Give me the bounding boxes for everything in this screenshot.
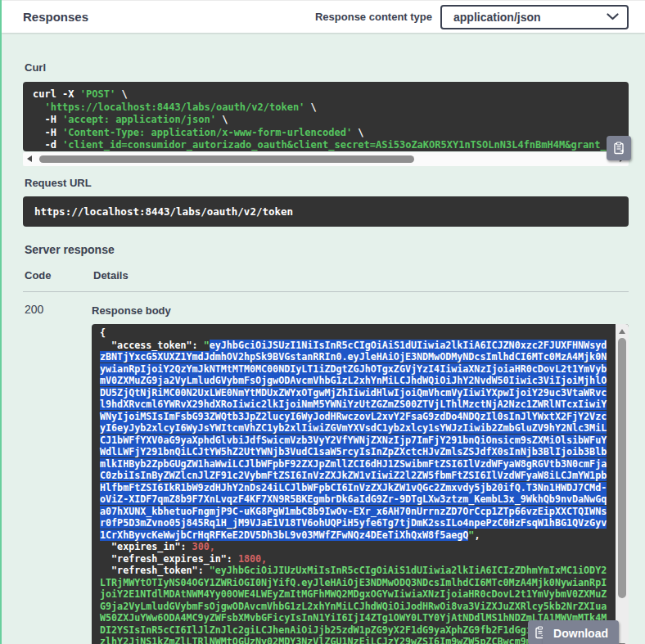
curl-block: curl -X 'POST' \ 'https://localhost:8443…: [23, 82, 629, 166]
content-type-selected-value: application/json: [453, 11, 607, 24]
responses-header: Responses Response content type applicat…: [2, 0, 645, 33]
page-title: Responses: [23, 10, 88, 24]
chevron-down-icon: [607, 13, 619, 20]
details-column-header: Details: [93, 269, 129, 281]
request-url-value: https://localhost:8443/labs/oauth/v2/tok…: [23, 196, 629, 227]
curl-command: curl -X 'POST' \ 'https://localhost:8443…: [23, 82, 629, 151]
curl-horizontal-scrollbar[interactable]: [23, 152, 629, 166]
copy-curl-button[interactable]: [607, 136, 631, 160]
responses-body: Curl curl -X 'POST' \ 'https://localhost…: [2, 61, 645, 644]
content-type-label: Response content type: [315, 11, 432, 23]
content-type-select[interactable]: application/json: [440, 5, 629, 29]
response-body-block: { "access_token": "eyJhbGciOiJSUzI1NiIsI…: [92, 324, 629, 644]
download-button[interactable]: Download: [543, 620, 619, 644]
scroll-up-arrow-icon[interactable]: [619, 329, 625, 334]
access-token-line: "access_token": "eyJhbGciOiJSUzI1NiIsInR…: [100, 340, 611, 542]
server-response-heading: Server response: [25, 243, 629, 256]
response-body-label: Response body: [92, 304, 629, 317]
code-column-header: Code: [25, 269, 93, 281]
vertical-scrollbar-thumb[interactable]: [618, 338, 626, 598]
response-details: Response body { "access_token": "eyJhbGc…: [92, 301, 629, 644]
response-body-json[interactable]: { "access_token": "eyJhbGciOiJSUzI1NiIsI…: [92, 324, 629, 644]
curl-text: curl -X: [33, 88, 80, 100]
refresh-expires-in-line: "refresh_expires_in": 1800,: [100, 553, 611, 565]
scroll-left-arrow-icon[interactable]: [27, 155, 32, 162]
curl-label: Curl: [25, 61, 629, 74]
response-table-header: Code Details: [23, 269, 629, 292]
response-row-200: 200 Response body { "access_token": "eyJ…: [23, 292, 629, 644]
status-code: 200: [23, 301, 92, 644]
horizontal-scrollbar-thumb[interactable]: [39, 155, 414, 163]
request-url-label: Request URL: [25, 177, 629, 189]
clipboard-icon: [612, 142, 625, 155]
selected-access-token: eyJhbGciOiJSUzI1NiIsInR5cCIgOiAiS1dUIiwi…: [100, 340, 607, 541]
expires-in-line: "expires_in": 300,: [100, 541, 611, 553]
response-vertical-scrollbar[interactable]: [616, 324, 629, 644]
responses-panel: Responses Response content type applicat…: [0, 0, 645, 644]
